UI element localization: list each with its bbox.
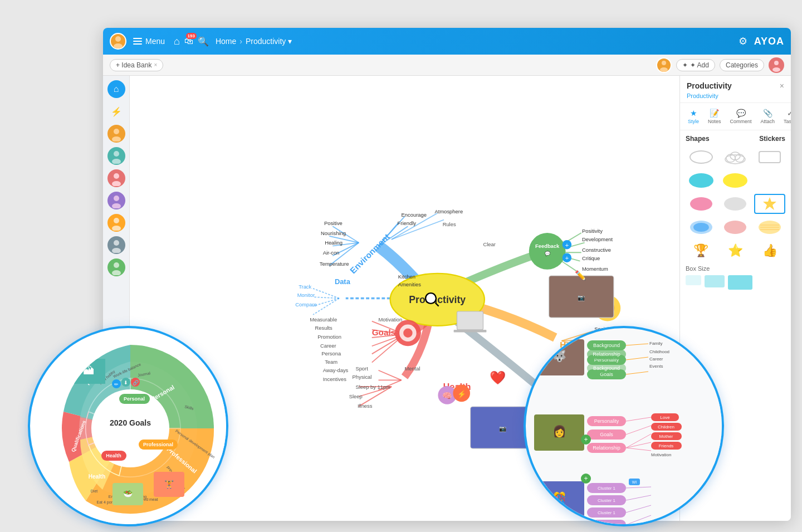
shape-oval-teal[interactable] [686, 170, 717, 191]
bag-icon-wrapper[interactable]: 🛍 193 [184, 36, 193, 46]
user-avatar-top[interactable] [110, 33, 126, 50]
shape-emoji-star[interactable]: ⭐ [720, 241, 751, 261]
shape-oval-pink[interactable] [686, 194, 717, 214]
svg-text:Away-days: Away-days [323, 367, 349, 373]
menu-label: Menu [145, 37, 165, 46]
box-size-large[interactable] [728, 275, 752, 290]
svg-rect-250 [587, 520, 626, 526]
wheel-chart-overlay: 2020 Goals Personal Professional Health … [28, 326, 228, 526]
svg-text:Goals: Goals [372, 328, 395, 337]
sidebar-home-icon[interactable]: ⌂ [107, 80, 125, 98]
categories-label: Categories [726, 61, 758, 69]
sidebar-avatar-1[interactable] [107, 125, 125, 143]
tab-tasks[interactable]: ✓ Tasks [780, 106, 791, 126]
user-menu-avatar[interactable] [769, 57, 784, 73]
svg-point-8 [114, 151, 119, 157]
svg-text:Health: Health [106, 453, 121, 458]
tab-comment[interactable]: 💬 Comment [727, 106, 755, 126]
shape-cloud-outline[interactable] [720, 147, 751, 167]
add-button[interactable]: ✦ ✦ Add [676, 59, 715, 71]
sidebar-avatar-4[interactable] [107, 192, 125, 209]
svg-point-13 [112, 203, 121, 208]
svg-text:Encourage: Encourage [402, 212, 427, 218]
sidebar-avatar-2[interactable] [107, 147, 125, 165]
hamburger-icon [133, 38, 142, 45]
panel-close-button[interactable]: × [780, 81, 784, 90]
shapes-label: Shapes [686, 135, 710, 143]
svg-text:+: + [565, 241, 569, 248]
notes-icon: 📝 [710, 109, 719, 118]
svg-text:Goals: Goals [600, 432, 613, 437]
sidebar-avatar-3[interactable] [107, 169, 125, 187]
svg-text:Incentives: Incentives [323, 376, 347, 382]
shape-emoji-thumb[interactable]: 👍 [754, 241, 785, 261]
svg-point-3 [660, 67, 668, 72]
svg-text:Health: Health [89, 474, 106, 480]
categories-button[interactable]: Categories [720, 59, 764, 71]
svg-point-14 [114, 218, 119, 223]
shape-oval-yellow[interactable] [720, 170, 751, 191]
svg-text:Professional: Professional [143, 442, 173, 447]
svg-text:Mental: Mental [405, 365, 420, 372]
svg-text:+: + [584, 475, 588, 482]
svg-text:Constructive: Constructive [582, 247, 611, 253]
breadcrumb-separator: › [239, 37, 242, 46]
current-page-label: Productivity [246, 37, 286, 46]
svg-text:Productivity: Productivity [409, 294, 466, 305]
idea-bank-button[interactable]: + Idea Bank × [110, 59, 163, 71]
dropdown-icon: ▾ [288, 37, 292, 46]
box-size-small[interactable] [686, 275, 701, 285]
svg-text:Critique: Critique [582, 255, 600, 261]
shape-emoji-trophy[interactable]: 🏆 [686, 241, 717, 261]
shape-sticker-star[interactable] [754, 194, 785, 214]
shape-pattern-red-1[interactable] [720, 217, 751, 237]
shape-oval-gray[interactable] [720, 194, 751, 214]
svg-text:Sleep: Sleep [349, 393, 363, 399]
tab-tasks-label: Tasks [784, 119, 791, 124]
svg-point-17 [112, 248, 121, 253]
svg-point-0 [115, 36, 121, 42]
tab-notes[interactable]: 📝 Notes [705, 106, 725, 126]
tab-attach[interactable]: 📎 Attach [757, 106, 779, 126]
svg-text:📷: 📷 [499, 425, 507, 432]
shape-pattern-texture[interactable] [754, 217, 785, 237]
box-size-medium[interactable] [705, 275, 725, 287]
panel-section-shapes: Shapes Stickers [680, 130, 791, 294]
svg-text:Data: Data [335, 277, 351, 286]
svg-text:Team: Team [325, 359, 338, 365]
svg-text:✏: ✏ [114, 382, 119, 387]
box-size-options [686, 275, 785, 290]
svg-point-1 [114, 43, 123, 48]
svg-text:Sport: Sport [355, 365, 368, 372]
home-icon[interactable]: ⌂ [174, 36, 180, 47]
svg-text:🏋: 🏋 [164, 480, 174, 489]
panel-tabs: ★ Style 📝 Notes 💬 Comment 📎 Attach [680, 103, 791, 130]
svg-text:Track: Track [299, 284, 311, 290]
svg-point-16 [114, 240, 119, 246]
svg-text:❤️: ❤️ [490, 370, 506, 385]
sidebar-bolt-icon[interactable]: ⚡ [107, 103, 125, 120]
add-label: ✦ Add [690, 61, 709, 69]
shape-oval-outline-1[interactable] [686, 147, 717, 167]
sidebar-avatar-5[interactable] [107, 214, 125, 232]
node-map-svg: 🐺 👩 🎊 Background Personality Goals Relat… [526, 328, 724, 526]
participant-avatar[interactable] [656, 57, 672, 73]
breadcrumb-current[interactable]: Productivity ▾ [246, 37, 292, 46]
svg-text:Air-con: Air-con [323, 250, 340, 256]
svg-text:Cluster 1: Cluster 1 [598, 486, 616, 491]
sidebar-avatar-6[interactable]: 2 [107, 236, 125, 254]
svg-text:+: + [584, 436, 588, 443]
tab-style[interactable]: ★ Style [684, 106, 702, 126]
home-breadcrumb[interactable]: Home [216, 37, 236, 46]
box-size-label: Box Size [686, 265, 785, 272]
svg-point-149 [426, 294, 435, 302]
search-icon[interactable]: 🔍 [198, 36, 209, 47]
menu-button[interactable]: Menu [133, 37, 165, 46]
svg-text:Motivation: Motivation [379, 316, 403, 323]
shape-pattern-blue-1[interactable] [686, 217, 717, 237]
settings-icon[interactable]: ⚙ [739, 35, 747, 47]
sidebar-avatar-7[interactable] [107, 258, 125, 276]
shape-rect-outline[interactable] [754, 147, 785, 167]
svg-point-4 [774, 61, 779, 65]
svg-point-6 [114, 129, 119, 134]
